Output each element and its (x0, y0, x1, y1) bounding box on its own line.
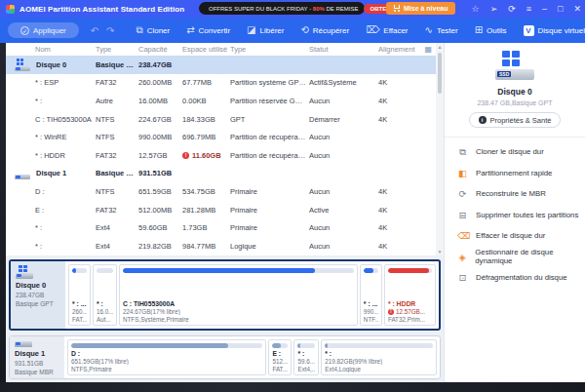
cell-status: Aucun (309, 133, 378, 141)
promo-banner[interactable]: OFFRES SUPER DU BLACK FRIDAY - 80% DE RE… (199, 2, 365, 15)
toolbar-button-disque-virtuel[interactable]: VDisque virtuel (524, 25, 585, 36)
partition-usage-bar (71, 343, 262, 348)
partition-block[interactable]: * : ...990...NTF... (360, 264, 382, 326)
scrollbar-thumb[interactable] (438, 53, 442, 94)
toolbar-button-convertir[interactable]: ⇄Convertir (186, 25, 230, 35)
used-value: 11.60GB (192, 151, 221, 160)
toolbar-button-libérer[interactable]: ◪Libérer (247, 25, 284, 35)
disk-map-size: 238.47GB (16, 292, 65, 298)
toolbar-button-récupérer[interactable]: ⟲Récupérer (300, 25, 349, 35)
partition-name: * : ... (72, 300, 87, 307)
apply-button[interactable]: ✓ Appliquer (8, 22, 79, 38)
disk-name: Disque 1 (36, 169, 66, 177)
sidebar-action-wipe-disk[interactable]: ⌫Effacer le disque dur (457, 225, 585, 247)
cell-capacity: 224.67GB (138, 115, 182, 124)
close-button[interactable]: ✕ (573, 5, 581, 14)
partition-block[interactable]: E :512...FAT... (268, 339, 292, 375)
sidebar-action-rebuild-mbr[interactable]: ⟳Reconstruire le MBR (457, 183, 585, 205)
table-row-partition[interactable]: D :NTFS651.59GB534.75GBPrimaireAucun4K (6, 182, 444, 201)
table-scrollbar[interactable]: ▲ ▼ (436, 43, 444, 255)
rate-star-icon[interactable]: ☆ (472, 5, 480, 14)
cell-status: Aucun (309, 151, 378, 160)
toolbar-button-effacer[interactable]: ⌦Effacer (366, 25, 408, 35)
upgrade-button[interactable]: Mise à niveau (386, 2, 455, 15)
scroll-up-icon[interactable]: ▲ (438, 43, 443, 51)
redo-icon[interactable]: ↷ (106, 25, 114, 36)
cell-used: 534.75GB (182, 187, 230, 196)
minimize-button[interactable]: – (542, 5, 547, 14)
cell-used: 184.33GB (182, 115, 230, 124)
sidebar-action-clone-disk[interactable]: ⧉Cloner le disque dur (457, 141, 585, 163)
menu-icon[interactable]: ≡ (526, 5, 531, 14)
cell-fs: FAT32 (96, 78, 138, 87)
cell-alignment: 4K (378, 97, 425, 105)
partition-fs: NTF... (364, 316, 378, 323)
disk-map-row-selected[interactable]: Disque 0238.47GBBasique GPT* : ...260...… (9, 259, 441, 331)
scroll-down-icon[interactable]: ▼ (438, 248, 443, 255)
defrag-icon: ⊡ (457, 273, 468, 283)
column-header: Alignement (378, 45, 444, 54)
partition-size-value: 224.67GB(17% libre) (123, 308, 180, 315)
cell-capacity: 651.59GB (138, 187, 182, 196)
table-row-partition[interactable]: E :FAT32512.00MB281.28MBPrimaireActive4K (6, 201, 444, 219)
partition-fs: NTFS,Système,Primaire (123, 316, 354, 323)
cell-capacity: 512.00MB (138, 206, 182, 215)
disk-map-row[interactable]: Disque 1931.51GBBasique MBRD :651.59GB(1… (9, 335, 441, 379)
partition-fs: Ext4,Logique (325, 366, 433, 372)
sidebar-action-delete-partitions[interactable]: ⊟Supprimer toutes les partitions (457, 205, 585, 226)
sidebar-action-quick-partition[interactable]: ◧Partitionnement rapide (457, 163, 585, 184)
sidebar-action-dynamic-disk[interactable]: ◈Gestionnaire de disque dynamique (457, 247, 585, 268)
cell-status: Aucun (309, 242, 378, 251)
toolbar-button-outils[interactable]: ⊞Outils (475, 25, 507, 35)
partition-block[interactable]: * : HDDR!12.57GB...FAT32,Prim... (384, 264, 436, 326)
table-row-partition[interactable]: * :Autre16.00MB0.00KBPartition réservée … (6, 92, 444, 110)
table-row-partition[interactable]: C : TIH0553000ANTFS224.67GB184.33GBGPTDé… (6, 110, 444, 129)
cell-capacity: 59.60GB (138, 223, 182, 232)
disk-map-partitions: D :651.59GB(17% libre)NTFS,PrimaireE :51… (64, 336, 440, 378)
table-row-partition[interactable]: * : ESPFAT32260.00MB67.77MBPartition sys… (6, 74, 444, 93)
dynamic-disk-icon: ◈ (457, 253, 467, 262)
disk-map-info: Disque 0238.47GBBasique GPT (11, 261, 65, 329)
cell-used: !11.60GB (182, 151, 230, 160)
table-row-disk[interactable]: Disque 0Basique GPT238.47GB (6, 56, 444, 74)
table-row-partition[interactable]: * : WinRENTFS990.00MB696.79MBPartition d… (6, 128, 444, 146)
wipe-disk-icon: ⌫ (457, 231, 468, 241)
partition-block[interactable]: * :59.6...Ext4,... (293, 339, 319, 375)
partition-block[interactable]: D :651.59GB(17% libre)NTFS,Primaire (67, 339, 266, 375)
disk-name: Disque 0 (36, 60, 66, 69)
toolbar-button-cloner[interactable]: ⧉Cloner (136, 25, 170, 35)
toolbar-button-label: Récupérer (313, 26, 349, 35)
undo-icon[interactable]: ↶ (91, 25, 98, 36)
sidebar-action-label: Reconstruire le MBR (476, 189, 546, 198)
toolbar-button-tester[interactable]: ∿Tester (425, 25, 458, 35)
share-icon[interactable]: ➢ (490, 5, 498, 14)
table-row-partition[interactable]: * : HDDRFAT3212.57GB!11.60GBPartition de… (6, 146, 444, 165)
sidebar-action-defrag[interactable]: ⊡Défragmentation du disque (457, 267, 585, 289)
update-icon[interactable]: ⟳ (508, 5, 516, 14)
column-header: Espace utilisé (182, 45, 230, 54)
cell-fs: NTFS (96, 115, 138, 124)
partition-name: C : TIH0553000A (123, 300, 354, 307)
partition-size-value: 59.6... (297, 358, 315, 365)
partition-block[interactable]: * :16.0...Aut... (93, 264, 117, 326)
table-row-partition[interactable]: * :Ext4219.82GB984.77MBLogiqueAucun4K (6, 237, 444, 255)
partition-usage-bar (388, 268, 432, 273)
properties-health-button[interactable]: i Propriétés & Santé (469, 112, 562, 128)
partition-block[interactable]: * :219.82GB(99% libre)Ext4,Logique (321, 339, 437, 375)
cell-type: Partition réservée GPT, Mi... (230, 97, 309, 105)
quick-partition-icon: ◧ (457, 169, 468, 178)
cell-name: Disque 1 (6, 167, 96, 179)
cell-name: C : TIH0553000A (6, 115, 96, 124)
column-settings-icon[interactable]: ▦ (424, 45, 432, 54)
table-row-partition[interactable]: * :Ext459.60GB1.73GBPrimaireAucun4K (6, 218, 444, 237)
partition-block[interactable]: * : ...260...FAT... (68, 264, 91, 326)
toolbar-button-label: Disque virtuel (538, 26, 585, 35)
cell-alignment: 4K (378, 242, 425, 251)
maximize-button[interactable]: □ (558, 5, 563, 14)
disk-map-name: Disque 0 (16, 281, 65, 290)
disk-map-size: 931.51GB (15, 360, 64, 367)
partition-size: 260... (72, 308, 87, 315)
table-row-disk[interactable]: Disque 1Basique MBR931.51GB (6, 165, 444, 183)
partition-block[interactable]: C : TIH0553000A224.67GB(17% libre)NTFS,S… (119, 264, 358, 326)
partition-usage-bar (364, 268, 378, 273)
